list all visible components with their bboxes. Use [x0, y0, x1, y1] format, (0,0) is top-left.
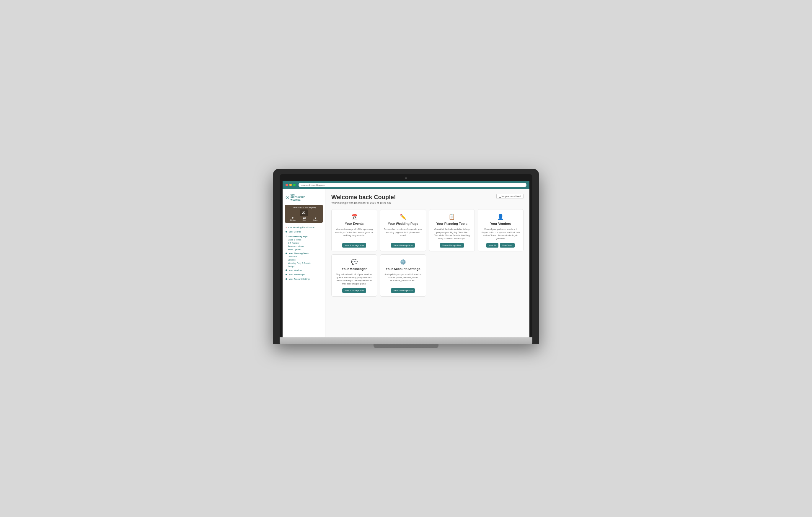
dot4-icon: [286, 274, 287, 275]
messenger-icon: 💬: [351, 259, 357, 265]
events-title: Your Events: [345, 222, 364, 225]
countdown-months: 0: [290, 217, 296, 219]
welcome-header: Welcome back Couple! Your last login was…: [331, 194, 524, 205]
sidebar-item-messenger[interactable]: Your Messenger: [283, 272, 325, 277]
dot-icon: [286, 231, 287, 233]
dot2-icon: [286, 252, 287, 254]
messenger-desc: Stay in touch with all of your vendors, …: [335, 273, 373, 285]
card-account: ⚙️ Your Account Settings Add/update your…: [380, 254, 426, 297]
planning-buttons: View & Manage Now: [440, 243, 464, 248]
messenger-title: Your Messenger: [342, 267, 367, 271]
events-desc: View and manage all of the upcoming even…: [335, 228, 373, 240]
sidebar-item-home[interactable]: ♥ Your Wedding Portal Home: [283, 225, 325, 229]
account-buttons: View & Manage Now: [391, 288, 415, 293]
laptop-base: [280, 337, 532, 344]
offline-toggle[interactable]: Appear as offline?: [496, 194, 524, 199]
card-vendors: 👤 Your Vendors View all your preferred v…: [478, 209, 524, 251]
planning-title: Your Planning Tools: [436, 222, 467, 225]
card-wedding-page: ✏️ Your Wedding Page Personalize, create…: [380, 209, 426, 251]
account-view-btn[interactable]: View & Manage Now: [391, 288, 415, 293]
planning-icon: 📋: [448, 214, 455, 220]
sidebar-item-boards[interactable]: Your Boards: [283, 229, 325, 234]
wedding-page-buttons: View & Manage Now: [391, 243, 415, 248]
sidebar-sub-dates[interactable]: Dates & Times: [283, 238, 325, 241]
card-planning: 📋 Your Planning Tools View all of the to…: [429, 209, 475, 251]
welcome-subtitle: Your last login was December 8, 2021 at …: [331, 201, 396, 205]
planning-view-btn[interactable]: View & Manage Now: [440, 243, 464, 248]
sidebar-sub-registry[interactable]: Gift Registry: [283, 241, 325, 245]
sidebar-sub-party[interactable]: Wedding Party & Guests: [283, 262, 325, 265]
dashboard-bottom-grid: 💬 Your Messenger Stay in touch with all …: [331, 254, 524, 297]
events-view-btn[interactable]: View & Manage Now: [342, 243, 366, 248]
countdown-widget: Countdown To Your Big Day 22 0 Months: [285, 205, 323, 223]
check-icon: ✓: [286, 235, 287, 238]
messenger-buttons: View & Manage Now: [342, 288, 366, 293]
wedding-page-desc: Personalize, create and/or update your w…: [384, 228, 422, 240]
empty-col-2: [478, 254, 524, 297]
laptop-frame: ourstressfreewedding.com ∞ OUR STRESS FR…: [273, 169, 539, 344]
messenger-view-btn[interactable]: View & Manage Now: [342, 288, 366, 293]
countdown-days-val: 22: [302, 211, 305, 215]
sidebar: ∞ OUR STRESS FREE WEDDING. Countdown To …: [283, 189, 325, 337]
laptop-stand: [374, 344, 438, 348]
welcome-text: Welcome back Couple! Your last login was…: [331, 194, 396, 205]
logo: ∞ OUR STRESS FREE WEDDING.: [283, 191, 325, 203]
vendors-buttons: View All View Yours: [486, 243, 515, 248]
sidebar-wedding-page-header[interactable]: ✓ Your Wedding Page: [283, 234, 325, 238]
countdown-numbers: 0 Months 22 Days 6 Hours: [287, 217, 321, 221]
logo-icon: ∞: [286, 194, 289, 200]
offline-checkbox-input[interactable]: [499, 195, 501, 198]
main-content: Welcome back Couple! Your last login was…: [325, 189, 529, 337]
vendors-desc: View all your preferred vendors. If they…: [482, 228, 520, 240]
events-icon: 📅: [351, 214, 357, 220]
sidebar-sub-checklists[interactable]: Checklists: [283, 255, 325, 258]
dot5-icon: [286, 278, 287, 280]
heart-icon: ♥: [286, 226, 287, 229]
wedding-page-title: Your Wedding Page: [388, 222, 418, 225]
welcome-title: Welcome back Couple!: [331, 194, 396, 200]
sidebar-sub-accommodations[interactable]: Accommodations: [283, 245, 325, 248]
browser-bar: ourstressfreewedding.com: [283, 181, 529, 189]
sidebar-nav: ♥ Your Wedding Portal Home Your Boards ✓…: [283, 224, 325, 282]
empty-col-1: [429, 254, 475, 297]
vendors-view-all-btn[interactable]: View All: [486, 243, 498, 248]
card-events: 📅 Your Events View and manage all of the…: [331, 209, 377, 251]
logo-text: OUR STRESS FREE WEDDING.: [291, 194, 305, 201]
vendors-icon: 👤: [497, 214, 504, 220]
countdown-title: Countdown To Your Big Day: [287, 207, 321, 209]
sidebar-sub-budget[interactable]: Budget: [283, 265, 325, 268]
card-messenger: 💬 Your Messenger Stay in touch with all …: [331, 254, 377, 297]
sidebar-planning-header[interactable]: Your Planning Tools: [283, 251, 325, 255]
sidebar-item-vendors[interactable]: Your Vendors: [283, 268, 325, 272]
account-icon: ⚙️: [400, 259, 406, 265]
events-buttons: View & Manage Now: [342, 243, 366, 248]
sidebar-item-account[interactable]: Your Account Settings: [283, 277, 325, 281]
account-desc: Add/update your personal information suc…: [384, 273, 422, 285]
account-title: Your Account Settings: [386, 267, 420, 271]
screen-bezel: ourstressfreewedding.com ∞ OUR STRESS FR…: [280, 174, 532, 337]
wedding-page-icon: ✏️: [400, 214, 406, 220]
url-bar: ourstressfreewedding.com: [301, 184, 325, 186]
sidebar-sub-events[interactable]: Event Updates: [283, 248, 325, 251]
screen: ourstressfreewedding.com ∞ OUR STRESS FR…: [283, 181, 529, 337]
dashboard-top-grid: 📅 Your Events View and manage all of the…: [331, 209, 524, 251]
wedding-page-view-btn[interactable]: View & Manage Now: [391, 243, 415, 248]
vendors-view-yours-btn[interactable]: View Yours: [500, 243, 515, 248]
camera: [405, 177, 407, 179]
vendors-title: Your Vendors: [490, 222, 511, 225]
dot3-icon: [286, 269, 287, 271]
app-container: ∞ OUR STRESS FREE WEDDING. Countdown To …: [283, 189, 529, 337]
sidebar-sub-vendors[interactable]: Vendors: [283, 258, 325, 262]
planning-desc: View all of the tools available to help …: [433, 228, 471, 240]
